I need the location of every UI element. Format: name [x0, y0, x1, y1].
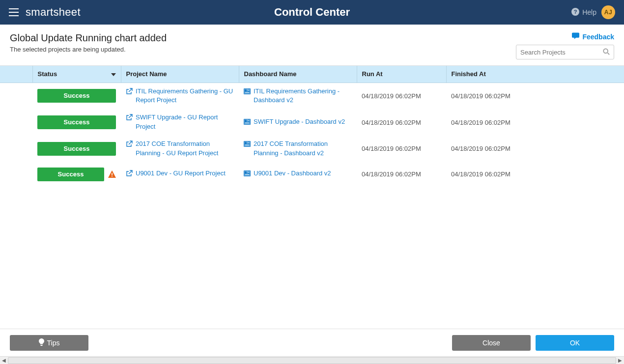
help-label: Help — [582, 8, 596, 16]
sort-desc-icon[interactable] — [111, 70, 116, 78]
open-project-icon[interactable] — [126, 170, 133, 180]
finished-at-cell: 04/18/2019 06:02PM — [446, 109, 624, 136]
dashboard-icon[interactable] — [244, 118, 251, 128]
search-input[interactable] — [520, 49, 603, 56]
svg-rect-8 — [245, 89, 247, 91]
col-run-label: Run At — [362, 70, 383, 78]
dashboard-link[interactable]: U9001 Dev - Dashboard v2 — [254, 169, 331, 178]
col-status[interactable]: Status — [32, 66, 121, 83]
status-badge: Success — [37, 115, 116, 129]
search-icon[interactable] — [603, 48, 610, 56]
close-button[interactable]: Close — [452, 335, 531, 351]
dashboard-link[interactable]: ITIL Requirements Gathering - Dashboard … — [254, 87, 352, 106]
svg-text:?: ? — [574, 9, 577, 15]
scroll-track[interactable] — [8, 357, 616, 364]
scroll-right-icon[interactable]: ▶ — [616, 358, 624, 363]
search-box[interactable] — [516, 45, 614, 59]
navbar-right: ? Help AJ — [468, 5, 615, 19]
avatar[interactable]: AJ — [601, 5, 615, 19]
svg-rect-24 — [245, 174, 250, 176]
subheader-left: Global Update Running chart added The se… — [10, 32, 516, 53]
dashboard-link[interactable]: 2017 COE Transformation Planning - Dashb… — [254, 140, 352, 158]
col-status-label: Status — [38, 70, 57, 78]
svg-rect-23 — [248, 171, 250, 173]
svg-rect-13 — [248, 120, 250, 122]
tips-label: Tips — [47, 339, 60, 347]
svg-line-6 — [608, 53, 610, 55]
table-row: SuccessITIL Requirements Gathering - GU … — [0, 83, 624, 109]
col-dashboard-label: Dashboard Name — [244, 70, 297, 78]
col-blank — [0, 66, 32, 83]
tips-icon — [39, 338, 44, 347]
svg-rect-17 — [248, 142, 250, 144]
navbar-title: Control Center — [156, 6, 468, 19]
navbar: smartsheet Control Center ? Help AJ — [0, 0, 624, 25]
help-link[interactable]: ? Help — [571, 8, 596, 17]
subheader: Global Update Running chart added The se… — [0, 25, 624, 66]
svg-rect-18 — [245, 144, 250, 146]
svg-rect-22 — [245, 171, 247, 173]
results-table-wrap: Status Project Name Dashboard Name Run A… — [0, 66, 624, 329]
status-badge: Success — [37, 142, 116, 156]
project-link[interactable]: ITIL Requirements Gathering - GU Report … — [136, 87, 234, 106]
warning-icon — [108, 170, 116, 178]
col-finished-label: Finished At — [452, 70, 486, 78]
finished-at-cell: 04/18/2019 06:02PM — [446, 162, 624, 187]
table-row: Success2017 COE Transformation Planning … — [0, 136, 624, 162]
finished-at-cell: 04/18/2019 06:02PM — [446, 136, 624, 162]
horizontal-scrollbar[interactable]: ◀ ▶ — [0, 356, 624, 364]
svg-rect-16 — [245, 142, 247, 144]
status-badge: Success — [37, 89, 116, 103]
results-table: Status Project Name Dashboard Name Run A… — [0, 66, 624, 187]
col-project-label: Project Name — [126, 70, 167, 78]
svg-rect-9 — [248, 89, 250, 91]
status-badge: Success — [37, 168, 104, 181]
run-at-cell: 04/18/2019 06:02PM — [357, 109, 446, 136]
navbar-left: smartsheet — [9, 6, 156, 19]
col-dashboard[interactable]: Dashboard Name — [239, 66, 357, 83]
run-at-cell: 04/18/2019 06:02PM — [357, 136, 446, 162]
feedback-link[interactable]: Feedback — [572, 32, 614, 41]
scroll-left-icon[interactable]: ◀ — [0, 358, 8, 363]
table-row: SuccessSWIFT Upgrade - GU Report Project… — [0, 109, 624, 136]
project-link[interactable]: 2017 COE Transformation Planning - GU Re… — [136, 140, 234, 158]
table-row: SuccessU9001 Dev - GU Report ProjectU900… — [0, 162, 624, 187]
svg-rect-10 — [245, 91, 250, 93]
ok-button[interactable]: OK — [536, 335, 614, 351]
dashboard-link[interactable]: SWIFT Upgrade - Dashboard v2 — [254, 117, 345, 127]
help-icon: ? — [571, 8, 579, 17]
col-run[interactable]: Run At — [357, 66, 446, 83]
dashboard-icon[interactable] — [244, 88, 251, 97]
run-at-cell: 04/18/2019 06:02PM — [357, 162, 446, 187]
project-link[interactable]: U9001 Dev - GU Report Project — [136, 169, 226, 178]
dashboard-icon[interactable] — [244, 170, 251, 179]
col-project[interactable]: Project Name — [121, 66, 239, 83]
open-project-icon[interactable] — [126, 88, 133, 98]
open-project-icon[interactable] — [126, 114, 133, 124]
footer-bar: Tips Close OK — [0, 329, 624, 356]
tips-button[interactable]: Tips — [10, 335, 88, 351]
run-at-cell: 04/18/2019 06:02PM — [357, 83, 446, 109]
project-link[interactable]: SWIFT Upgrade - GU Report Project — [136, 113, 234, 132]
svg-point-5 — [603, 49, 608, 53]
finished-at-cell: 04/18/2019 06:02PM — [446, 83, 624, 109]
brand-logo: smartsheet — [26, 6, 81, 19]
svg-rect-19 — [112, 173, 113, 175]
feedback-icon — [572, 32, 579, 41]
menu-icon[interactable] — [9, 8, 19, 16]
svg-rect-14 — [245, 122, 250, 124]
open-project-icon[interactable] — [126, 140, 133, 150]
page-title: Global Update Running chart added — [10, 32, 516, 44]
svg-rect-20 — [112, 176, 113, 177]
col-finished[interactable]: Finished At — [446, 66, 624, 83]
svg-rect-12 — [245, 120, 247, 122]
table-header-row: Status Project Name Dashboard Name Run A… — [0, 66, 624, 83]
feedback-label: Feedback — [582, 33, 614, 41]
subheader-right: Feedback — [516, 32, 614, 59]
dashboard-icon[interactable] — [244, 140, 251, 150]
page-subtitle: The selected projects are being updated. — [10, 46, 516, 53]
